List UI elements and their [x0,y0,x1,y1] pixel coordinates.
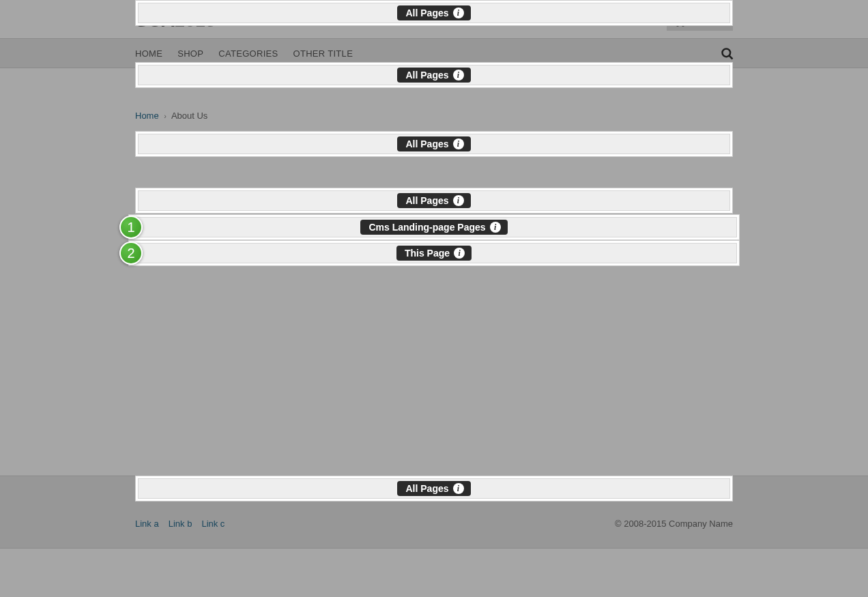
footer-copyright: © 2008-2015 Company Name [615,519,733,529]
nav-item-shop[interactable]: SHOP [177,48,203,59]
placeholder-header-top[interactable]: All Pages i [135,0,733,26]
placeholder-below-nav[interactable]: All Pages i [135,131,733,157]
footer-link-c[interactable]: Link c [201,519,225,529]
placeholder-label: All Pages [405,69,448,81]
placeholder-above-content[interactable]: All Pages i [135,188,733,214]
breadcrumb: Home › About Us [135,106,733,129]
breadcrumb-home[interactable]: Home [135,111,159,121]
chevron-right-icon: › [164,112,167,120]
info-icon: i [453,195,464,206]
search-icon[interactable] [721,47,733,59]
placeholder-label: All Pages [405,7,448,19]
info-icon: i [453,8,464,18]
nav-item-other[interactable]: OTHER TITLE [293,48,353,59]
breadcrumb-current: About Us [171,111,207,121]
svg-line-1 [729,56,733,59]
placeholder-cms-landing[interactable]: 1 Cms Landing-page Pages i [128,214,740,240]
info-icon: i [490,222,501,233]
placeholder-label: This Page [405,247,450,259]
placeholder-label: All Pages [405,482,448,495]
footer-links: Link a Link b Link c [135,519,225,529]
info-icon: i [453,70,464,81]
callout-badge-2: 2 [119,242,143,265]
svg-point-0 [723,49,731,57]
placeholder-header-bottom[interactable]: All Pages i [135,62,733,88]
placeholder-label: All Pages [405,138,448,150]
placeholder-this-page[interactable]: 2 This Page i [128,240,740,266]
nav-item-categories[interactable]: CATEGORIES [218,48,278,59]
placeholder-footer[interactable]: All Pages i [135,476,733,501]
nav-item-home[interactable]: HOME [135,48,162,59]
footer-link-b[interactable]: Link b [169,519,192,529]
placeholder-label: Cms Landing-page Pages [368,221,485,233]
nav-list: HOME SHOP CATEGORIES OTHER TITLE [135,48,353,59]
footer-link-a[interactable]: Link a [135,519,159,529]
info-icon: i [453,483,464,494]
info-icon: i [453,139,464,149]
callout-badge-1: 1 [119,216,143,239]
placeholder-label: All Pages [405,194,448,207]
info-icon: i [454,248,465,259]
